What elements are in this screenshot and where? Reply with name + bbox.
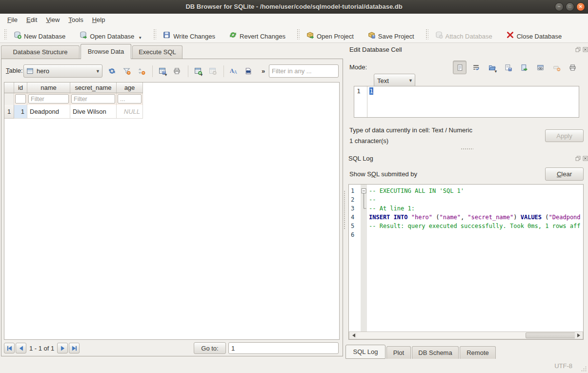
cell-id[interactable]: 1: [14, 105, 27, 119]
tab-execute-sql[interactable]: Execute SQL: [132, 45, 182, 59]
column-filter-input[interactable]: [15, 94, 26, 104]
mode-selector[interactable]: Text ▼: [374, 74, 415, 87]
sql-log-float-icon[interactable]: [574, 155, 581, 162]
nav-next-button[interactable]: [57, 343, 68, 353]
dock-tab-db-schema[interactable]: DB Schema: [412, 346, 459, 359]
toolbar-overflow-chevron[interactable]: »: [262, 67, 265, 75]
nav-prev-button[interactable]: [16, 343, 26, 353]
scrollbar-thumb[interactable]: [526, 332, 576, 338]
export-button[interactable]: [517, 61, 531, 74]
scroll-left-icon[interactable]: [350, 332, 357, 338]
sql-log-editor[interactable]: 1-- EXECUTING ALL IN 'SQL 1'2--3-- At li…: [348, 184, 584, 340]
goto-button[interactable]: Go to:: [194, 342, 226, 354]
print-icon: [568, 63, 577, 72]
text-document-icon: [456, 63, 464, 72]
filter-any-input[interactable]: [269, 64, 339, 78]
print-button[interactable]: [566, 61, 579, 74]
save-table-button[interactable]: ▼: [156, 64, 169, 78]
dock-tab-remote[interactable]: Remote: [460, 346, 496, 359]
close-database-button[interactable]: Close Database: [502, 28, 567, 41]
attach-database-button[interactable]: Attach Database: [430, 28, 497, 41]
nav-first-icon: [6, 345, 13, 352]
tab-browse-data[interactable]: Browse Data: [81, 44, 131, 59]
cell-type-info: Type of data currently in cell: Text / N…: [349, 126, 472, 134]
set-null-button[interactable]: [549, 61, 563, 74]
menu-tools[interactable]: Tools: [64, 14, 87, 26]
panel-splitter[interactable]: [344, 190, 346, 229]
goto-input[interactable]: [228, 342, 339, 354]
chevron-down-icon: ▼: [94, 65, 102, 77]
save-project-button[interactable]: Save Project: [363, 28, 419, 41]
edit-cell-close-icon[interactable]: [582, 46, 588, 53]
cell-name[interactable]: Deadpond: [27, 105, 70, 119]
sql-log-filter-label: Show SQL submitted by: [349, 170, 417, 178]
delete-record-button[interactable]: [206, 64, 219, 78]
find-icon: [244, 67, 252, 75]
menu-file[interactable]: File: [3, 14, 22, 26]
save-file-button[interactable]: [501, 61, 515, 74]
minimize-button[interactable]: −: [555, 2, 564, 11]
toolbar-handle: [297, 29, 300, 40]
open-file-button[interactable]: ▼: [485, 61, 499, 74]
grid-corner: [4, 83, 14, 93]
table-selector[interactable]: hero ▼: [23, 64, 102, 78]
browse-toolbar: ▼▼AA: [105, 64, 256, 78]
link-button[interactable]: [533, 61, 547, 74]
close-button[interactable]: ✕: [576, 2, 585, 11]
chevron-down-icon: ▼: [138, 36, 142, 41]
log-hscrollbar[interactable]: [349, 332, 583, 339]
open-database-button[interactable]: Open Database▼: [75, 28, 146, 41]
refresh-button[interactable]: [105, 64, 119, 78]
font-button[interactable]: AA: [227, 64, 240, 78]
new-database-button[interactable]: New Database: [9, 28, 70, 41]
column-header-age[interactable]: age: [117, 83, 143, 93]
column-header-id[interactable]: id: [14, 83, 27, 93]
maximize-button[interactable]: □: [566, 2, 574, 11]
column-header-secret_name[interactable]: secret_name: [70, 83, 117, 93]
scroll-right-icon[interactable]: [575, 332, 582, 338]
menu-edit[interactable]: Edit: [22, 14, 41, 26]
cell-editor[interactable]: 1 1: [354, 86, 579, 118]
print-icon: [173, 67, 181, 75]
set-null-icon: [552, 63, 561, 72]
nav-last-icon: [71, 345, 78, 352]
cell-age[interactable]: NULL: [117, 105, 143, 119]
nav-last-button[interactable]: [69, 343, 80, 353]
clear-filter-button[interactable]: [120, 64, 133, 78]
column-filter-input[interactable]: [28, 94, 69, 104]
nav-first-button[interactable]: [4, 343, 15, 353]
dock-tab-plot[interactable]: Plot: [386, 346, 411, 359]
clear-log-button[interactable]: Clear: [545, 167, 584, 181]
resize-grip[interactable]: [581, 366, 587, 372]
revert-changes-icon: [229, 31, 237, 41]
titlebar: DB Browser for SQLite - /home/user/code/…: [0, 0, 588, 14]
menu-help[interactable]: Help: [88, 14, 110, 26]
text-document-button[interactable]: [453, 61, 466, 74]
fold-marker-icon[interactable]: [361, 185, 367, 219]
delete-record-icon: [208, 67, 217, 75]
dock-tab-sql-log[interactable]: SQL Log: [345, 345, 385, 359]
mode-label: Mode:: [349, 63, 367, 71]
column-filter-input[interactable]: [118, 94, 142, 104]
column-header-name[interactable]: name: [27, 83, 70, 93]
dock-splitter[interactable]: [461, 148, 473, 150]
sql-log-close-icon[interactable]: [582, 155, 588, 162]
new-record-button[interactable]: ▼: [191, 64, 204, 78]
cell-secret_name[interactable]: Dive Wilson: [70, 105, 117, 119]
menu-view[interactable]: View: [41, 14, 64, 26]
find-button[interactable]: [242, 64, 255, 78]
edit-cell-float-icon[interactable]: [574, 46, 581, 53]
write-changes-button[interactable]: Write Changes: [158, 28, 220, 41]
clear-sort-button[interactable]: [135, 64, 148, 78]
app-window: DB Browser for SQLite - /home/user/code/…: [0, 0, 588, 373]
apply-button[interactable]: Apply: [545, 129, 584, 142]
toolbar-separator: [152, 65, 153, 77]
toolbar-handle: [4, 29, 7, 40]
row-header[interactable]: 1: [4, 105, 14, 119]
tab-database-structure[interactable]: Database Structure: [1, 45, 80, 59]
open-project-button[interactable]: Open Project: [302, 28, 358, 41]
word-wrap-button[interactable]: [469, 61, 483, 74]
column-filter-input[interactable]: [71, 94, 115, 104]
print-button[interactable]: [170, 64, 183, 78]
revert-changes-button[interactable]: Revert Changes: [224, 28, 290, 41]
